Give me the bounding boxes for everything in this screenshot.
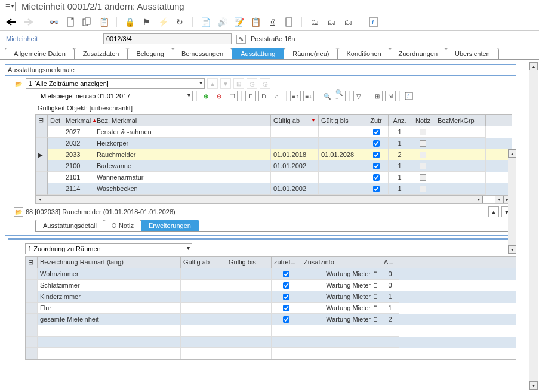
cell-zutr[interactable] bbox=[364, 183, 389, 195]
audio-icon[interactable]: 🔊 bbox=[217, 17, 227, 27]
tab-zusatzdaten[interactable]: Zusatzdaten bbox=[74, 48, 128, 59]
clock2-icon[interactable]: ◶ bbox=[260, 78, 270, 89]
select-all-header[interactable]: ⊟ bbox=[36, 115, 48, 126]
row-selector[interactable] bbox=[26, 268, 38, 280]
subtab-ausstattungsdetail[interactable]: Ausstattungsdetail bbox=[35, 220, 104, 231]
cell-zusatzinfo[interactable]: Wartung Mieter🗒 bbox=[301, 268, 381, 280]
cell-zutr[interactable] bbox=[364, 126, 389, 138]
cell-notiz[interactable] bbox=[411, 138, 435, 149]
table-row[interactable]: 2114Waschbecken01.01.20021 bbox=[36, 183, 512, 195]
doc-checked-icon[interactable]: 📄 bbox=[200, 17, 211, 27]
assign-icon[interactable]: 📋 bbox=[250, 17, 261, 27]
doc-icon[interactable]: 🗋 bbox=[245, 91, 256, 101]
expand-icon[interactable]: 📂 bbox=[14, 79, 23, 88]
detail-prev-button[interactable]: ▲ bbox=[488, 206, 499, 217]
cell-zutr[interactable] bbox=[364, 172, 389, 183]
tab-r-ume-neu-[interactable]: Räume(neu) bbox=[284, 48, 338, 59]
col2-zusatzinfo[interactable]: Zusatzinfo bbox=[301, 257, 381, 268]
col-bezmerkgrp[interactable]: BezMerkGrp bbox=[435, 115, 486, 126]
row-delete-icon[interactable]: ⊖ bbox=[214, 91, 224, 101]
table-row[interactable]: 2101Wannenarmatur1 bbox=[36, 172, 512, 183]
cell-zutreffend[interactable] bbox=[272, 268, 301, 280]
sort-asc-icon[interactable]: ≡↑ bbox=[290, 91, 301, 101]
tab-zuordnungen[interactable]: Zuordnungen bbox=[390, 48, 446, 59]
col2-zutreffend[interactable]: zutref... bbox=[272, 257, 301, 268]
scroll-left-button[interactable]: ◂ bbox=[36, 196, 44, 203]
row-selector[interactable] bbox=[26, 291, 38, 303]
table-row[interactable]: FlurWartung Mieter🗒1 bbox=[26, 303, 516, 314]
cell-notiz[interactable] bbox=[411, 126, 435, 138]
down-triangle-button[interactable]: ▼ bbox=[220, 78, 231, 89]
cell-zusatzinfo[interactable]: Wartung Mieter🗒 bbox=[301, 291, 381, 303]
cell-zutreffend[interactable] bbox=[272, 280, 301, 291]
col-gueltig-bis[interactable]: Gültig bis bbox=[319, 115, 364, 126]
table-row[interactable]: KinderzimmerWartung Mieter🗒1 bbox=[26, 291, 516, 303]
cell-notiz[interactable] bbox=[411, 183, 435, 195]
row-selector[interactable] bbox=[26, 314, 38, 325]
cell-notiz[interactable] bbox=[411, 149, 435, 160]
tab-konditionen[interactable]: Konditionen bbox=[337, 48, 390, 59]
col-bez[interactable]: Bez. Merkmal bbox=[94, 115, 271, 126]
col2-bez[interactable]: Bezeichnung Raumart (lang) bbox=[38, 257, 181, 268]
up-triangle-button[interactable]: ▲ bbox=[207, 78, 218, 89]
cell-notiz[interactable] bbox=[411, 160, 435, 172]
lock-icon[interactable]: 🔒 bbox=[124, 17, 135, 27]
system-menu-button[interactable]: ☰▾ bbox=[4, 2, 16, 11]
col2-anzahl[interactable]: A... bbox=[381, 257, 399, 268]
flag-icon[interactable]: ⚑ bbox=[141, 17, 152, 27]
page-left-button[interactable]: ◂ bbox=[495, 196, 503, 203]
tab--bersichten[interactable]: Übersichten bbox=[446, 48, 499, 59]
subtab-erweiterungen[interactable]: Erweiterungen bbox=[141, 220, 199, 231]
insert-icon[interactable]: ⊞ bbox=[233, 78, 244, 89]
clock-icon[interactable]: ◷ bbox=[247, 78, 257, 89]
inner-vscroll[interactable]: ▴ ▾ bbox=[508, 149, 516, 254]
scroll-right-button[interactable]: ▸ bbox=[475, 196, 483, 203]
cell-zutreffend[interactable] bbox=[272, 314, 301, 325]
cell-zutreffend[interactable] bbox=[272, 303, 301, 314]
edit-address-button[interactable]: ✎ bbox=[236, 35, 246, 44]
cell-zutr[interactable] bbox=[364, 138, 389, 149]
rooms-select-all[interactable]: ⊟ bbox=[26, 257, 38, 268]
detail-expand-icon[interactable]: 📂 bbox=[14, 207, 23, 217]
layout-icon[interactable]: ⊞ bbox=[372, 91, 383, 101]
row-selector[interactable] bbox=[26, 303, 38, 314]
cell-zusatzinfo[interactable]: Wartung Mieter🗒 bbox=[301, 314, 381, 325]
back-button[interactable] bbox=[6, 17, 17, 27]
hierarchy1-icon[interactable]: 🗂 bbox=[309, 17, 320, 27]
clipboard-icon[interactable]: 📋 bbox=[98, 17, 109, 27]
tab-ausstattung[interactable]: Ausstattung bbox=[232, 48, 284, 59]
sort-desc-icon[interactable]: ≡↓ bbox=[303, 91, 314, 101]
note-icon[interactable]: 🗒 bbox=[372, 294, 378, 300]
col-gueltig-ab[interactable]: Gültig ab▼ bbox=[271, 115, 319, 126]
col-det[interactable]: Det bbox=[48, 115, 63, 126]
tab-allgemeine-daten[interactable]: Allgemeine Daten bbox=[5, 48, 75, 59]
home-icon[interactable]: ⌂ bbox=[272, 91, 282, 101]
cell-zutr[interactable] bbox=[364, 160, 389, 172]
note-icon[interactable]: 🗒 bbox=[372, 282, 378, 289]
col-notiz[interactable]: Notiz bbox=[411, 115, 435, 126]
flash-icon[interactable]: ⚡ bbox=[158, 17, 168, 27]
page-icon[interactable] bbox=[284, 17, 294, 27]
note-icon[interactable]: 🗒 bbox=[372, 305, 378, 311]
object-id-input[interactable] bbox=[103, 33, 232, 44]
grid1-hscroll[interactable]: ◂ ▸ ◂ ▸ bbox=[35, 195, 512, 204]
vscroll-down[interactable]: ▾ bbox=[508, 245, 516, 254]
row-selector[interactable] bbox=[26, 280, 38, 291]
row-selector[interactable] bbox=[36, 126, 48, 138]
table-row[interactable]: 2027Fenster & -rahmen1 bbox=[36, 126, 512, 138]
subtab-notiz[interactable]: Notiz bbox=[104, 220, 141, 231]
outer-vscroll[interactable]: ▴ ▾ bbox=[529, 62, 538, 390]
col-anz[interactable]: Anz. bbox=[389, 115, 411, 126]
print-icon[interactable]: 🖨 bbox=[267, 17, 278, 27]
table-row[interactable]: 2032Heizkörper1 bbox=[36, 138, 512, 149]
cell-zusatzinfo[interactable]: Wartung Mieter🗒 bbox=[301, 303, 381, 314]
row-selector[interactable] bbox=[36, 138, 48, 149]
cell-notiz[interactable] bbox=[411, 172, 435, 183]
copy-icon[interactable]: ❐ bbox=[227, 91, 238, 101]
vscroll-up[interactable]: ▴ bbox=[508, 149, 516, 158]
documents-icon[interactable] bbox=[82, 17, 93, 27]
table-row[interactable]: WohnzimmerWartung Mieter🗒0 bbox=[26, 268, 516, 280]
hierarchy2-icon[interactable]: 🗂 bbox=[326, 17, 337, 27]
row-selector[interactable]: ▶ bbox=[36, 149, 48, 160]
export-icon[interactable]: ⇲ bbox=[385, 91, 396, 101]
